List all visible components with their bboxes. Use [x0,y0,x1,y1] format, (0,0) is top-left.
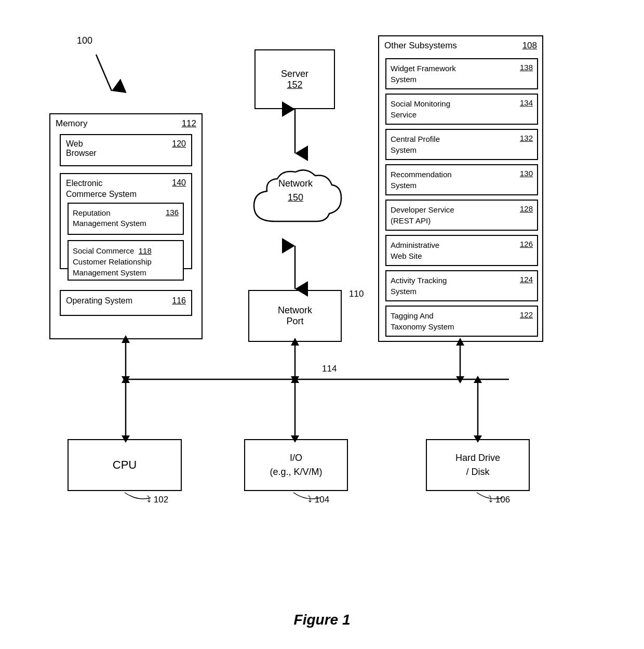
network-port-box: NetworkPort [248,290,342,342]
tagging-taxonomy-box: 122 Tagging AndTaxonomy System [385,306,538,337]
social-monitoring-box: 134 Social MonitoringService [385,94,538,125]
figure-caption: Figure 1 [294,612,351,628]
widget-framework-num: 138 [520,63,533,72]
reputation-label: ReputationManagement System [73,208,146,228]
ecommerce-label: ElectronicCommerce System [66,178,137,200]
label-102: ⤵ 102 [146,495,168,505]
central-profile-label: Central ProfileSystem [391,135,440,154]
tagging-taxonomy-num: 122 [520,310,533,319]
io-label: I/O(e.g., K/V/M) [270,451,322,479]
hd-label: Hard Drive/ Disk [455,451,500,479]
other-subsystems-label: Other Subsystems [384,41,457,51]
svg-marker-22 [291,376,299,383]
label-104: ⤵ 104 [307,495,329,505]
svg-marker-14 [291,376,299,383]
memory-num: 112 [182,118,196,129]
admin-website-num: 126 [520,240,533,248]
recommendation-label: RecommendationSystem [391,170,452,190]
central-profile-box: 132 Central ProfileSystem [385,129,538,160]
svg-marker-25 [474,376,482,383]
memory-label: Memory [56,118,87,129]
ecommerce-num: 140 [172,178,186,188]
svg-marker-19 [122,376,130,383]
label-106: ⤵ 106 [488,495,510,505]
server-box: Server 152 [254,49,335,109]
activity-tracking-box: 124 Activity TrackingSystem [385,270,538,301]
developer-service-num: 128 [520,204,533,213]
server-label: Server [281,69,308,80]
hard-drive-box: Hard Drive/ Disk [426,439,530,491]
web-browser-num: 120 [172,139,186,149]
other-subsystems-num: 108 [522,41,537,51]
svg-marker-11 [122,376,130,383]
developer-service-label: Developer Service(REST API) [391,205,454,225]
reputation-box: ReputationManagement System 136 [68,203,184,235]
admin-website-label: AdministrativeWeb Site [391,241,439,260]
network-port-label: NetworkPort [278,305,312,327]
server-num: 152 [287,80,302,90]
operating-system-box: Operating System 116 [60,290,192,316]
label-100: 100 [77,35,92,46]
social-monitoring-label: Social MonitoringService [391,99,450,119]
label-110: 110 [349,289,364,299]
svg-line-5 [96,55,112,91]
reputation-num: 136 [166,208,179,217]
cpu-box: CPU [68,439,182,491]
social-monitoring-num: 134 [520,98,533,107]
widget-framework-box: 138 Widget FrameworkSystem [385,58,538,89]
network-label: Network [278,178,313,189]
other-subsystems-box: Other Subsystems 108 138 Widget Framewor… [378,35,543,342]
web-browser-box: WebBrowser 120 [60,134,192,166]
label-114: 114 [322,364,337,374]
io-box: I/O(e.g., K/V/M) [244,439,348,491]
admin-website-box: 126 AdministrativeWeb Site [385,235,538,266]
web-browser-label: WebBrowser [66,139,97,158]
tagging-taxonomy-label: Tagging AndTaxonomy System [391,311,454,331]
recommendation-num: 130 [520,169,533,178]
network-num: 150 [288,192,303,203]
cpu-label: CPU [113,458,137,472]
network-cloud-container: Network 150 [236,155,355,246]
diagram-container: 100 Server 152 Memory 112 WebBrowser 120… [0,0,644,649]
activity-tracking-num: 124 [520,275,533,284]
social-commerce-label: Social Commerce 118Customer Relationship… [73,245,152,278]
recommendation-box: 130 RecommendationSystem [385,164,538,195]
activity-tracking-label: Activity TrackingSystem [391,276,447,296]
social-commerce-box: Social Commerce 118Customer Relationship… [68,240,184,281]
developer-service-box: 128 Developer Service(REST API) [385,200,538,231]
os-label: Operating System [66,296,132,306]
svg-marker-17 [456,376,464,383]
widget-framework-label: Widget FrameworkSystem [391,64,456,84]
central-profile-num: 132 [520,134,533,142]
os-num: 116 [172,296,186,306]
